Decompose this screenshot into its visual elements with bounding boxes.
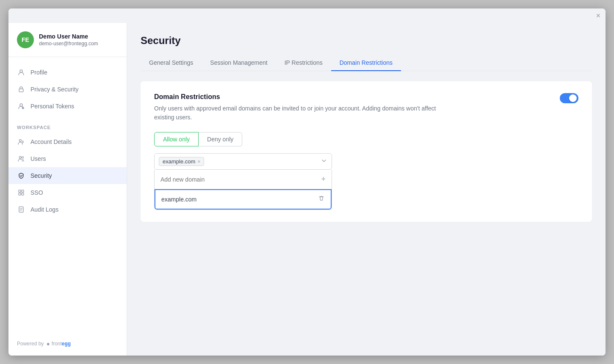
svg-rect-11: [22, 193, 24, 195]
main-content: Domain Restrictions Only users with appr…: [127, 71, 606, 356]
plus-icon[interactable]: +: [321, 175, 326, 184]
svg-rect-10: [19, 193, 21, 195]
toggle-wrapper: [560, 93, 578, 103]
domain-tag: example.com ×: [159, 157, 204, 166]
svg-point-0: [20, 70, 22, 72]
user-header: FE Demo User Name demo-user@frontegg.com: [8, 23, 127, 57]
workspace-nav: WORKSPACE Account Details: [8, 118, 127, 221]
sidebar: FE Demo User Name demo-user@frontegg.com: [8, 23, 127, 356]
svg-point-7: [22, 157, 24, 158]
domain-tag-text: example.com: [163, 158, 195, 165]
add-domain-input[interactable]: [160, 176, 321, 183]
people-settings-icon: [17, 138, 25, 146]
sidebar-item-label: Privacy & Security: [30, 86, 79, 93]
tab-ip-restrictions[interactable]: IP Restrictions: [276, 55, 331, 71]
people-icon: [17, 154, 25, 163]
user-email: demo-user@frontegg.com: [39, 41, 98, 47]
close-button[interactable]: ×: [596, 12, 600, 19]
card-title: Domain Restrictions: [154, 93, 578, 101]
sidebar-item-label: Profile: [30, 69, 47, 76]
lock-icon: [17, 85, 25, 94]
sidebar-item-sso[interactable]: SSO: [8, 184, 127, 201]
tab-session-management[interactable]: Session Management: [202, 55, 276, 71]
svg-point-4: [19, 140, 22, 142]
domain-list-item: example.com: [155, 189, 332, 210]
frontegg-logo: frontegg: [52, 341, 71, 347]
powered-by-text: Powered by: [17, 341, 44, 347]
svg-point-3: [22, 107, 24, 109]
page-title: Security: [141, 35, 592, 47]
domain-restrictions-toggle[interactable]: [560, 93, 578, 103]
workspace-label: WORKSPACE: [8, 125, 127, 133]
avatar: FE: [17, 31, 34, 48]
domain-dropdown-panel: + example.com: [154, 170, 332, 210]
sidebar-item-security[interactable]: Security: [8, 167, 127, 184]
grid-icon: [17, 188, 25, 197]
main-content-area: Security General Settings Session Manage…: [127, 23, 606, 356]
shield-icon: [17, 171, 25, 180]
sidebar-item-label: SSO: [30, 189, 43, 196]
person-badge-icon: [17, 102, 25, 110]
user-name: Demo User Name: [39, 33, 98, 40]
svg-rect-1: [19, 89, 23, 92]
domain-tag-input[interactable]: example.com ×: [154, 153, 332, 170]
domain-restrictions-card: Domain Restrictions Only users with appr…: [141, 81, 592, 222]
sidebar-item-label: Users: [30, 155, 46, 162]
add-domain-row: +: [155, 170, 332, 189]
tab-domain-restrictions[interactable]: Domain Restrictions: [331, 55, 401, 71]
personal-nav: Profile Privacy & Security: [8, 57, 127, 118]
svg-point-6: [19, 157, 22, 159]
sidebar-item-label: Security: [30, 172, 52, 179]
trash-icon[interactable]: [318, 195, 325, 204]
content-area: FE Demo User Name demo-user@frontegg.com: [8, 23, 606, 356]
sidebar-item-label: Account Details: [30, 138, 72, 145]
main-header: Security General Settings Session Manage…: [127, 23, 606, 71]
tabs: General Settings Session Management IP R…: [141, 55, 592, 71]
allow-only-button[interactable]: Allow only: [154, 132, 199, 146]
tag-close-icon[interactable]: ×: [197, 159, 200, 164]
person-icon: [17, 68, 25, 77]
domain-list-text: example.com: [161, 196, 318, 203]
svg-rect-9: [22, 190, 24, 192]
sidebar-item-users[interactable]: Users: [8, 150, 127, 167]
svg-point-2: [20, 104, 22, 106]
filter-button-group: Allow only Deny only: [154, 132, 578, 146]
title-bar: ×: [8, 8, 606, 23]
sidebar-item-label: Audit Logs: [30, 206, 58, 213]
chevron-down-icon: [321, 157, 327, 166]
app-window: × FE Demo User Name demo-user@frontegg.c…: [8, 8, 606, 356]
sidebar-item-privacy-security[interactable]: Privacy & Security: [8, 81, 127, 98]
sidebar-item-personal-tokens[interactable]: Personal Tokens: [8, 98, 127, 115]
sidebar-item-account-details[interactable]: Account Details: [8, 133, 127, 150]
svg-point-5: [22, 141, 24, 143]
document-icon: [17, 205, 25, 214]
tab-general-settings[interactable]: General Settings: [141, 55, 202, 71]
sidebar-item-profile[interactable]: Profile: [8, 64, 127, 81]
user-info: Demo User Name demo-user@frontegg.com: [39, 33, 98, 47]
sidebar-footer: Powered by ● frontegg: [8, 332, 127, 356]
deny-only-button[interactable]: Deny only: [199, 132, 242, 146]
svg-rect-8: [19, 190, 21, 192]
card-description: Only users with approved email domains c…: [154, 104, 442, 122]
sidebar-item-label: Personal Tokens: [30, 103, 74, 110]
sidebar-item-audit-logs[interactable]: Audit Logs: [8, 201, 127, 218]
